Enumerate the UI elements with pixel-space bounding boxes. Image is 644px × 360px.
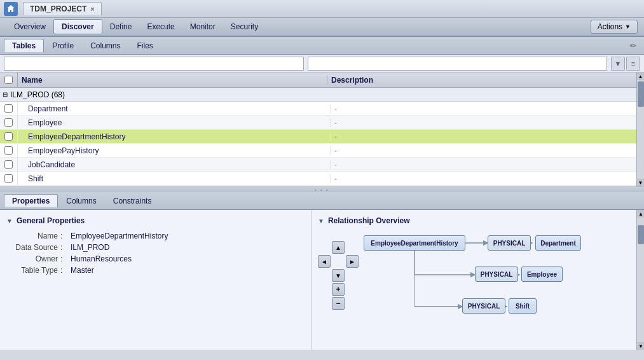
top-bar: TDM_PROJECT × bbox=[0, 0, 644, 18]
table-row[interactable]: Employee - bbox=[0, 116, 644, 130]
node-label-physical1: PHYSICAL bbox=[493, 240, 526, 247]
props-scroll-up[interactable]: ▲ bbox=[637, 210, 644, 218]
section-collapse-arrow[interactable]: ▼ bbox=[6, 218, 13, 225]
node-label-shift: Shift bbox=[516, 303, 530, 310]
table-row[interactable]: Department - bbox=[0, 102, 644, 116]
prop-label-name: Name bbox=[6, 232, 60, 240]
row-name: Shift bbox=[18, 174, 331, 183]
row-desc: - bbox=[331, 118, 636, 127]
nav-left-button[interactable]: ◄ bbox=[318, 255, 331, 268]
tab-bottom-columns[interactable]: Columns bbox=[58, 194, 104, 207]
relationship-overview-panel: ▼ Relationship Overview ▲ ◄ ► ▼ + − bbox=[312, 210, 644, 350]
general-properties-panel: ▼ General Properties Name : EmployeeDepa… bbox=[0, 210, 312, 350]
prop-row-owner: Owner : HumanResources bbox=[6, 254, 305, 263]
row-name: Department bbox=[18, 104, 331, 113]
row-desc: - bbox=[331, 104, 636, 113]
row-desc: - bbox=[331, 174, 636, 183]
tab-tables[interactable]: Tables bbox=[4, 39, 44, 52]
tab-constraints[interactable]: Constraints bbox=[105, 194, 160, 207]
table-row[interactable]: JobCandidate - bbox=[0, 158, 644, 172]
diagram-node-physical3[interactable]: PHYSICAL bbox=[462, 298, 505, 314]
row-name: JobCandidate bbox=[18, 160, 331, 169]
search-input-2[interactable] bbox=[308, 57, 608, 71]
node-label-physical3: PHYSICAL bbox=[468, 303, 500, 310]
row-desc: - bbox=[331, 146, 636, 155]
row-checkbox[interactable] bbox=[0, 172, 18, 185]
tab-columns[interactable]: Columns bbox=[82, 39, 128, 52]
nav-define[interactable]: Define bbox=[102, 20, 140, 34]
row-checkbox[interactable] bbox=[0, 116, 18, 129]
props-scrollbar[interactable]: ▲ ▼ bbox=[636, 210, 644, 350]
table-row-selected[interactable]: EmployeeDepartmentHistory - bbox=[0, 130, 644, 144]
diagram-node-department[interactable]: Department bbox=[535, 235, 581, 251]
diagram-node-physical2[interactable]: PHYSICAL bbox=[475, 267, 518, 282]
props-scroll-down[interactable]: ▼ bbox=[637, 342, 644, 350]
props-table: Name : EmployeeDepartmentHistory Data So… bbox=[6, 232, 305, 275]
row-checkbox[interactable] bbox=[0, 130, 18, 143]
table-scrollbar[interactable]: ▲ ▼ bbox=[636, 73, 644, 186]
scroll-up-arrow[interactable]: ▲ bbox=[637, 73, 645, 80]
prop-value-tabletype: Master bbox=[71, 266, 94, 275]
prop-label-datasource: Data Source bbox=[6, 243, 60, 252]
select-all-checkbox[interactable] bbox=[4, 76, 13, 84]
relationship-diagram: EmployeeDepartmentHistory PHYSICAL Depar… bbox=[364, 232, 638, 340]
main-tab-bar: Tables Profile Columns Files ✏ bbox=[0, 37, 644, 55]
table-row[interactable]: EmployeePayHistory - bbox=[0, 144, 644, 158]
nav-right-button[interactable]: ► bbox=[346, 255, 359, 268]
prop-row-name: Name : EmployeeDepartmentHistory bbox=[6, 232, 305, 240]
home-button[interactable] bbox=[4, 2, 18, 16]
filter-icon-1: ▼ bbox=[615, 60, 622, 67]
prop-value-owner: HumanResources bbox=[71, 254, 132, 263]
zoom-in-button[interactable]: + bbox=[332, 283, 345, 296]
node-label-employee: Employee bbox=[527, 271, 557, 278]
general-props-title: General Properties bbox=[17, 216, 85, 225]
nav-up-button[interactable]: ▲ bbox=[332, 241, 345, 254]
search-bar: ▼ ≡ bbox=[0, 55, 644, 73]
row-checkbox[interactable] bbox=[0, 144, 18, 157]
row-checkbox[interactable] bbox=[0, 102, 18, 115]
table-row[interactable]: Shift - bbox=[0, 172, 644, 186]
nav-discover[interactable]: Discover bbox=[53, 19, 102, 34]
prop-row-datasource: Data Source : ILM_PROD bbox=[6, 243, 305, 252]
nav-down-button[interactable]: ▼ bbox=[332, 269, 345, 282]
group-row[interactable]: ⊟ ILM_PROD (68) bbox=[0, 88, 644, 102]
actions-label: Actions bbox=[598, 22, 622, 31]
node-label-physical2: PHYSICAL bbox=[481, 271, 513, 278]
nav-overview[interactable]: Overview bbox=[6, 20, 53, 34]
row-desc: - bbox=[331, 160, 636, 169]
row-name: Employee bbox=[18, 118, 331, 127]
scroll-thumb[interactable] bbox=[638, 81, 644, 107]
drag-handle[interactable]: • • • bbox=[0, 187, 644, 192]
search-input-1[interactable] bbox=[4, 57, 304, 71]
filter-button-1[interactable]: ▼ bbox=[611, 57, 625, 71]
tab-properties[interactable]: Properties bbox=[4, 194, 58, 207]
nav-security[interactable]: Security bbox=[223, 20, 266, 34]
nav-monitor[interactable]: Monitor bbox=[182, 20, 223, 34]
prop-label-tabletype: Table Type bbox=[6, 266, 60, 275]
actions-arrow-icon: ▼ bbox=[625, 24, 631, 30]
zoom-out-button[interactable]: − bbox=[332, 297, 345, 310]
diagram-node-employee[interactable]: Employee bbox=[521, 267, 563, 282]
project-tab-close[interactable]: × bbox=[90, 5, 94, 13]
tab-profile[interactable]: Profile bbox=[44, 39, 82, 52]
table-header: Name Description bbox=[0, 73, 644, 88]
row-desc: - bbox=[331, 132, 636, 141]
edit-icon[interactable]: ✏ bbox=[626, 40, 640, 52]
rel-section-arrow[interactable]: ▼ bbox=[318, 218, 324, 225]
header-desc: Description bbox=[327, 76, 636, 85]
row-name: EmployeePayHistory bbox=[18, 146, 331, 155]
nav-execute[interactable]: Execute bbox=[139, 20, 182, 34]
filter-button-2[interactable]: ≡ bbox=[626, 57, 640, 71]
props-scroll-thumb[interactable] bbox=[638, 225, 644, 244]
scroll-down-arrow[interactable]: ▼ bbox=[637, 179, 645, 186]
row-checkbox[interactable] bbox=[0, 158, 18, 171]
prop-label-owner: Owner bbox=[6, 254, 60, 263]
diagram-node-emp-dept-hist[interactable]: EmployeeDepartmentHistory bbox=[364, 235, 465, 251]
diagram-node-physical1[interactable]: PHYSICAL bbox=[488, 235, 531, 251]
diagram-node-shift[interactable]: Shift bbox=[509, 298, 537, 314]
drag-dots-icon: • • • bbox=[315, 187, 329, 193]
tab-files[interactable]: Files bbox=[129, 39, 161, 52]
project-tab[interactable]: TDM_PROJECT × bbox=[23, 2, 102, 15]
table-area: Name Description ⊟ ILM_PROD (68) Departm… bbox=[0, 73, 644, 187]
actions-button[interactable]: Actions ▼ bbox=[591, 20, 638, 34]
